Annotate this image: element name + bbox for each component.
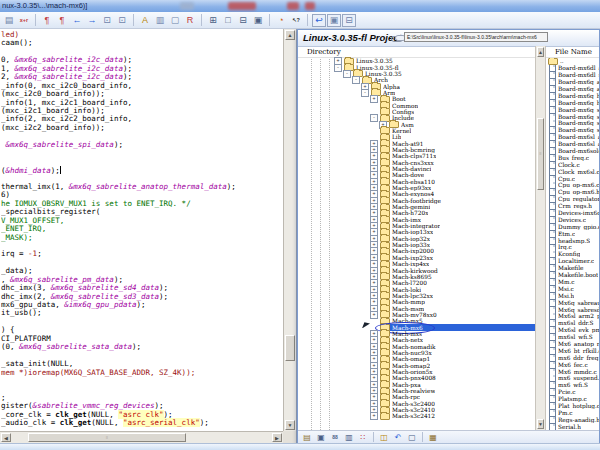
file-item[interactable]: Mx6sl_evk_pmic_pfuze100.c [546, 327, 599, 334]
back-arrow-icon[interactable]: ← [70, 14, 84, 27]
file-item[interactable]: Clock.c [546, 161, 599, 168]
file-item[interactable]: mx6_suspend.S [546, 375, 599, 382]
file-item[interactable]: Board-mx6q_arm2.c [546, 79, 599, 86]
file-item[interactable]: Cpu_regulator-mx6.c [546, 196, 599, 203]
file-item[interactable]: Board-mx6sl_arm2.c [546, 134, 599, 141]
new-document-icon[interactable]: ▢ [406, 432, 418, 443]
file-item[interactable]: Makefile.boot [546, 272, 599, 279]
forward-arrow-icon[interactable]: → [85, 14, 99, 27]
file-item[interactable]: Board-mx6q_sabrelite.c [546, 120, 599, 127]
editor-horizontal-scrollbar[interactable]: ◀ ≡ ▶ [0, 431, 283, 443]
file-item[interactable]: Devices.c [546, 216, 599, 223]
split-window-icon[interactable]: ⊟ [236, 14, 250, 27]
lookup-references-icon[interactable]: A [138, 14, 152, 27]
next-window-icon[interactable]: ⊡ [115, 14, 129, 27]
indent-right-icon[interactable]: ¶ [55, 14, 69, 27]
resync-icon[interactable]: ↶ [392, 432, 404, 443]
file-item[interactable]: Mx6_anatop_regulator.c [546, 341, 599, 348]
file-item[interactable]: Cpu_op-mx6.c [546, 182, 599, 189]
file-item[interactable]: Crm_regs.h [546, 203, 599, 210]
file-item[interactable]: .. [546, 58, 599, 65]
go-back-boxed-icon[interactable]: ↩ [312, 14, 326, 27]
file-item[interactable]: Board-mx6dl_sabresd.h [546, 72, 599, 79]
file-item[interactable]: Makefile [546, 265, 599, 272]
open-project-icon[interactable]: ◫ [378, 432, 390, 443]
scroll-left-arrow-icon[interactable]: ◀ [1, 433, 11, 442]
indent-left-icon[interactable]: ¶ [40, 14, 54, 27]
file-item[interactable]: Board-mx6dl_arm2.h [546, 65, 599, 72]
directory-tree-pane[interactable]: Directory +Linux-3.0.35-Linux-3.0.35-fl-… [298, 46, 535, 430]
editor-vertical-scrollbar[interactable]: ▲ ▼ [283, 29, 296, 431]
symbol-grid-icon[interactable]: 88 [329, 432, 341, 443]
tile-windows-icon[interactable]: ⊞ [206, 14, 220, 27]
paste-icon[interactable]: ▤ [2, 14, 16, 27]
file-item[interactable]: Plat_hotplug.c [546, 403, 599, 410]
context-help-icon[interactable]: ↖? [289, 14, 303, 27]
scroll-down-arrow-icon[interactable]: ▼ [285, 420, 295, 430]
file-item[interactable]: Mx6sl_arm2_pmic_pfuze100.c [546, 313, 599, 320]
project-window-toggle-icon[interactable]: ⊟ [342, 14, 356, 27]
file-item[interactable]: Mx6_mmdc.c [546, 368, 599, 375]
file-item[interactable]: Etm.c [546, 230, 599, 237]
scroll-right-arrow-icon[interactable]: ▶ [272, 433, 282, 442]
file-item[interactable]: Platsmp.c [546, 396, 599, 403]
browse-files-icon[interactable]: ▢ [168, 14, 182, 27]
file-item[interactable]: Bus_freq.c [546, 154, 599, 161]
file-item[interactable]: Clock_mx6sl.c [546, 168, 599, 175]
directory-tree[interactable]: +Linux-3.0.35-Linux-3.0.35-fl-Linux-3.0.… [298, 58, 535, 420]
tree-item-mach-s3c2412[interactable]: +Mach-s3c2412 [298, 413, 535, 419]
file-item[interactable]: Mx6_bt_rfkill.c [546, 347, 599, 354]
horizontal-scroll-thumb[interactable]: ≡ [28, 433, 186, 442]
file-item[interactable]: Board-mx6q_sabreauto.h [546, 113, 599, 120]
file-item[interactable]: Pcie.c [546, 389, 599, 396]
file-item[interactable]: Cpu.c [546, 175, 599, 182]
file-item[interactable]: Pm.c [546, 409, 599, 416]
file-item[interactable]: Serial.h [546, 423, 599, 430]
file-list-view-icon[interactable]: ▥ [343, 432, 355, 443]
file-item[interactable]: mx6sl_ddr.S [546, 320, 599, 327]
prev-window-icon[interactable]: ⊡ [100, 14, 114, 27]
file-item[interactable]: Board-mx6q_hdmidongle.c [546, 92, 599, 99]
play-macro-icon[interactable]: ◔ [274, 14, 288, 27]
file-item[interactable]: Mx6q_sabresd_pmic_pfuze100.c [546, 306, 599, 313]
briefcase-icon[interactable]: ▦ [427, 432, 439, 443]
file-item[interactable]: Board-mx6solo_sabreauto.h [546, 148, 599, 155]
scroll-down-arrow-icon[interactable]: ▼ [537, 419, 544, 429]
full-window-icon[interactable]: □ [221, 14, 235, 27]
file-item[interactable]: Regs-anadig.h [546, 416, 599, 423]
project-window-titlebar[interactable]: Linux-3.0.35-fl Project E:\Src\linux\lin… [298, 30, 599, 47]
file-item[interactable]: headsmp.S [546, 237, 599, 244]
file-item[interactable]: mx6_ddr_freq.S [546, 354, 599, 361]
tree-scroll-thumb[interactable]: ≡ [537, 118, 544, 190]
relation-window-icon[interactable]: R [183, 14, 197, 27]
file-item[interactable]: Mx6_fec.c [546, 361, 599, 368]
file-item[interactable]: Mm.c [546, 279, 599, 286]
file-item[interactable]: Kconfig [546, 251, 599, 258]
source-editor-window[interactable]: led)caam(); 0, &mx6q_sabrelite_i2c_data)… [0, 29, 297, 443]
scroll-up-arrow-icon[interactable]: ▲ [285, 30, 295, 40]
file-item[interactable]: mx6_wfi.S [546, 382, 599, 389]
scroll-up-arrow-icon[interactable]: ▲ [537, 47, 544, 57]
cascade-windows-icon[interactable]: ▣ [251, 14, 265, 27]
tree-vertical-scrollbar[interactable]: ▲ ≡ ▼ [535, 46, 546, 430]
file-list-pane[interactable]: File Name ..Board-mx6dl_arm2.hBoard-mx6d… [546, 46, 599, 430]
project-window[interactable]: Linux-3.0.35-fl Project E:\Src\linux\lin… [297, 29, 600, 444]
replace-icon[interactable]: x+r [17, 14, 31, 27]
vertical-scroll-thumb[interactable] [285, 335, 295, 361]
mixed-view-icon[interactable]: ∷ [357, 432, 369, 443]
file-item[interactable]: Msi.c [546, 285, 599, 292]
file-item[interactable]: Localtimer.c [546, 258, 599, 265]
file-item[interactable]: Irq.c [546, 244, 599, 251]
file-list[interactable]: ..Board-mx6dl_arm2.hBoard-mx6dl_sabresd.… [546, 58, 599, 430]
code-area[interactable]: led)caam(); 0, &mx6q_sabrelite_i2c_data)… [1, 29, 283, 431]
file-item[interactable]: Dummy_gpio.c [546, 223, 599, 230]
file-item[interactable]: Board-mx6q_sabresd.c [546, 127, 599, 134]
file-item[interactable]: Devices-imx6q.h [546, 210, 599, 217]
file-item[interactable]: Board-mx6q_hdmidongle.h [546, 99, 599, 106]
file-item[interactable]: Mx6q_sabreauto_pmic_pfuze100.c [546, 299, 599, 306]
file-item[interactable]: mx6sl_wfi.S [546, 334, 599, 341]
file-item[interactable]: Board-mx6q_arm2.h [546, 86, 599, 93]
file-item[interactable]: Board-mx6sl_arm2.h [546, 141, 599, 148]
file-item[interactable]: Msi.h [546, 292, 599, 299]
file-item[interactable]: Cpu_op-mx6.h [546, 189, 599, 196]
